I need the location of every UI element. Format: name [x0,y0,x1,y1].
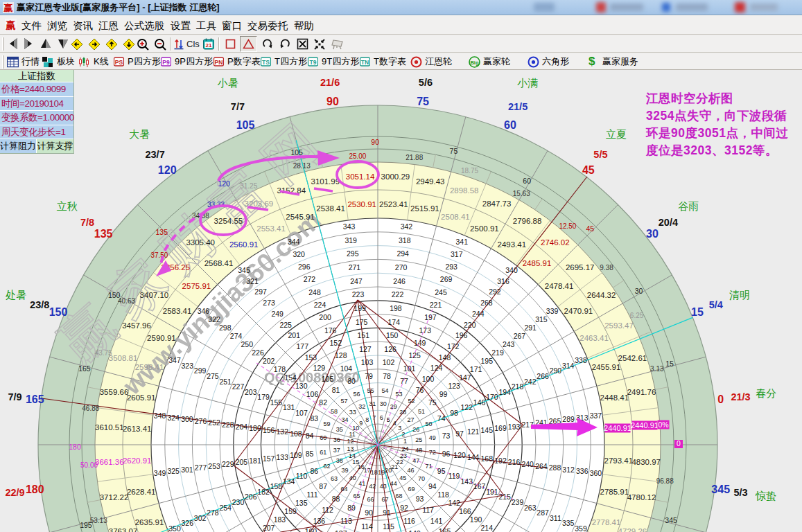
svg-text:113: 113 [340,517,352,525]
svg-text:86: 86 [310,467,318,475]
svg-text:133: 133 [277,453,289,461]
svg-text:181: 181 [249,456,261,465]
svg-text:21.88: 21.88 [406,154,423,161]
svg-text:4729.26: 4729.26 [618,527,647,532]
svg-text:2898.58: 2898.58 [450,186,479,195]
svg-text:180: 180 [69,443,81,451]
svg-text:0%: 0% [658,420,668,429]
svg-text:172: 172 [447,342,460,351]
svg-text:69: 69 [408,486,415,493]
svg-text:324: 324 [167,414,180,422]
svg-text:12.50: 12.50 [559,222,576,230]
svg-text:2530.91: 2530.91 [347,200,376,209]
svg-text:137: 137 [335,529,347,532]
svg-text:248: 248 [308,288,321,296]
svg-text:43.75: 43.75 [95,349,112,357]
svg-text:193: 193 [508,423,521,431]
svg-text:93: 93 [416,495,424,503]
svg-text:2478.41: 2478.41 [545,282,574,290]
svg-text:清明: 清明 [729,289,750,301]
svg-text:2628.41: 2628.41 [127,488,156,496]
svg-text:22/9: 22/9 [5,487,24,498]
svg-text:276: 276 [195,417,207,425]
svg-text:2493.41: 2493.41 [498,240,527,249]
svg-text:145: 145 [481,426,494,434]
svg-text:336: 336 [576,467,589,475]
svg-text:5/5: 5/5 [593,149,607,160]
svg-text:175: 175 [356,318,368,326]
svg-text:94: 94 [428,482,437,490]
svg-text:169: 169 [494,424,507,432]
svg-text:194: 194 [498,388,511,396]
svg-text:53.13: 53.13 [90,517,107,524]
svg-text:269: 269 [440,275,453,283]
svg-text:96: 96 [442,450,451,458]
svg-text:2620.91: 2620.91 [123,456,152,465]
svg-text:54: 54 [381,387,388,394]
svg-text:144: 144 [467,453,480,461]
svg-text:177: 177 [297,342,309,351]
svg-text:29: 29 [390,403,397,410]
svg-text:202: 202 [263,357,275,365]
svg-text:98: 98 [450,409,458,417]
svg-text:223: 223 [352,290,365,299]
svg-text:2605.91: 2605.91 [127,393,156,402]
svg-text:174: 174 [388,318,401,326]
svg-text:65: 65 [354,493,360,499]
svg-text:74: 74 [437,414,446,423]
svg-text:225: 225 [279,321,292,329]
svg-text:131: 131 [283,403,295,411]
svg-text:85: 85 [306,450,314,458]
svg-text:196: 196 [455,331,468,339]
svg-text:2847.73: 2847.73 [482,200,512,208]
svg-text:341: 341 [456,238,469,246]
svg-text:301: 301 [181,466,193,474]
svg-text:5: 5 [387,416,390,423]
svg-text:56: 56 [354,391,360,398]
svg-text:3101.99: 3101.99 [311,177,340,186]
svg-text:66: 66 [367,496,374,503]
svg-text:2785.91: 2785.91 [600,488,629,496]
svg-text:266: 266 [537,372,549,380]
svg-text:25: 25 [415,436,422,443]
svg-text:252: 252 [208,418,220,427]
svg-text:195: 195 [80,521,92,529]
svg-text:小满: 小满 [516,77,538,89]
svg-text:254: 254 [219,504,232,512]
svg-text:70: 70 [418,475,425,482]
svg-text:30: 30 [635,287,643,295]
svg-text:150: 150 [386,331,399,339]
svg-text:5/3: 5/3 [733,487,747,498]
svg-text:157: 157 [263,454,275,463]
svg-text:192: 192 [494,456,507,465]
svg-text:2545.91: 2545.91 [286,213,315,221]
svg-text:17: 17 [364,467,371,474]
svg-text:160: 160 [305,527,317,532]
svg-text:151: 151 [358,331,370,339]
svg-text:115: 115 [383,522,394,531]
svg-text:23: 23 [400,452,407,459]
svg-text:143: 143 [461,477,473,486]
svg-text:287: 287 [537,508,549,517]
svg-text:15.63: 15.63 [513,190,530,197]
svg-text:103: 103 [361,358,374,366]
svg-text:51: 51 [418,408,425,415]
svg-text:360: 360 [590,469,602,477]
svg-text:50.00: 50.00 [80,461,98,469]
svg-text:7/8: 7/8 [80,217,94,228]
svg-text:T9: T9 [310,59,317,66]
svg-text:338: 338 [575,356,587,364]
svg-text:15: 15 [691,306,704,318]
svg-text:处暑: 处暑 [6,289,26,301]
svg-text:91: 91 [383,508,391,517]
svg-text:90: 90 [371,138,379,146]
svg-text:229: 229 [222,460,234,468]
svg-text:125: 125 [408,351,421,360]
svg-text:150: 150 [49,306,68,318]
svg-text:198: 198 [390,304,402,312]
svg-text:344: 344 [288,238,300,246]
svg-text:342: 342 [401,222,413,231]
svg-text:2560.91: 2560.91 [229,240,259,249]
svg-text:2485.91: 2485.91 [523,259,552,267]
svg-text:44: 44 [390,480,397,487]
